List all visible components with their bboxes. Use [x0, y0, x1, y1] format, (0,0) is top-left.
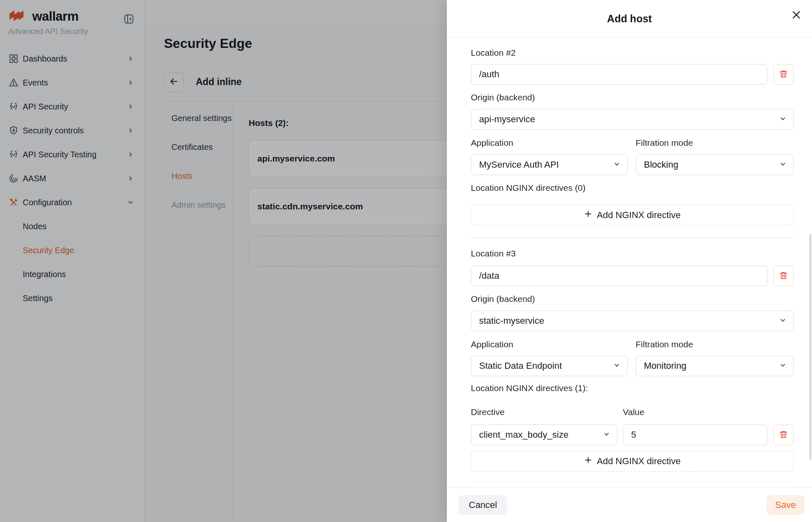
- chevron-down-icon: [613, 361, 620, 371]
- delete-location-button[interactable]: [773, 266, 794, 286]
- plus-icon: [584, 210, 592, 221]
- add-nginx-directive-label: Add NGINX directive: [597, 210, 681, 221]
- close-button[interactable]: [791, 9, 802, 21]
- origin-select[interactable]: api-myservice: [471, 109, 794, 130]
- location-path-input[interactable]: [471, 266, 767, 286]
- directive-column-label: Directive: [471, 407, 623, 418]
- trash-icon: [779, 69, 788, 80]
- cancel-button[interactable]: Cancel: [458, 495, 507, 515]
- filtration-select-value: Blocking: [644, 159, 678, 170]
- drawer-scrollbar[interactable]: [810, 234, 811, 460]
- delete-location-button[interactable]: [773, 64, 794, 85]
- application-label: Application: [471, 339, 636, 350]
- application-label: Application: [471, 138, 636, 148]
- directive-select[interactable]: client_max_body_size: [471, 425, 617, 445]
- plus-icon: [584, 456, 592, 467]
- chevron-down-icon: [779, 316, 786, 326]
- filtration-mode-select[interactable]: Monitoring: [636, 356, 794, 376]
- origin-label: Origin (backend): [471, 294, 794, 304]
- nginx-directives-label: Location NGINX directives (1):: [471, 383, 794, 394]
- add-nginx-directive-button[interactable]: Add NGINX directive: [471, 451, 794, 472]
- drawer-title: Add host: [607, 13, 652, 25]
- filtration-select-value: Monitoring: [644, 361, 686, 371]
- trash-icon: [779, 429, 788, 441]
- delete-directive-button[interactable]: [773, 425, 794, 445]
- origin-select-value: static-myservice: [479, 316, 544, 326]
- chevron-down-icon: [779, 114, 786, 125]
- chevron-down-icon: [779, 159, 786, 170]
- application-select-value: Static Data Endpoint: [479, 361, 562, 371]
- chevron-down-icon: [613, 159, 620, 170]
- add-nginx-directive-button[interactable]: Add NGINX directive: [471, 205, 794, 225]
- value-column-label: Value: [623, 407, 644, 418]
- nginx-directives-label: Location NGINX directives (0): [471, 183, 794, 193]
- application-select[interactable]: MyService Auth API: [471, 154, 628, 175]
- location-path-input[interactable]: [471, 64, 767, 85]
- directive-select-value: client_max_body_size: [479, 429, 568, 440]
- origin-select[interactable]: static-myservice: [471, 311, 794, 331]
- chevron-down-icon: [779, 361, 786, 371]
- application-select[interactable]: Static Data Endpoint: [471, 356, 628, 376]
- section-divider: [471, 482, 794, 482]
- origin-select-value: api-myservice: [479, 114, 535, 125]
- directive-value-input[interactable]: [623, 425, 767, 445]
- application-select-value: MyService Auth API: [479, 159, 559, 170]
- save-button[interactable]: Save: [767, 495, 805, 515]
- filtration-mode-select[interactable]: Blocking: [636, 154, 794, 175]
- filtration-mode-label: Filtration mode: [636, 339, 693, 350]
- location-label: Location #3: [471, 248, 794, 259]
- origin-label: Origin (backend): [471, 92, 794, 103]
- section-divider: [471, 237, 794, 238]
- location-label: Location #2: [471, 47, 794, 58]
- trash-icon: [779, 270, 788, 282]
- add-host-drawer: Add host Location #2: [447, 0, 812, 522]
- add-nginx-directive-label: Add NGINX directive: [597, 456, 681, 467]
- close-icon: [791, 9, 802, 21]
- chevron-down-icon: [603, 429, 610, 440]
- filtration-mode-label: Filtration mode: [636, 138, 693, 148]
